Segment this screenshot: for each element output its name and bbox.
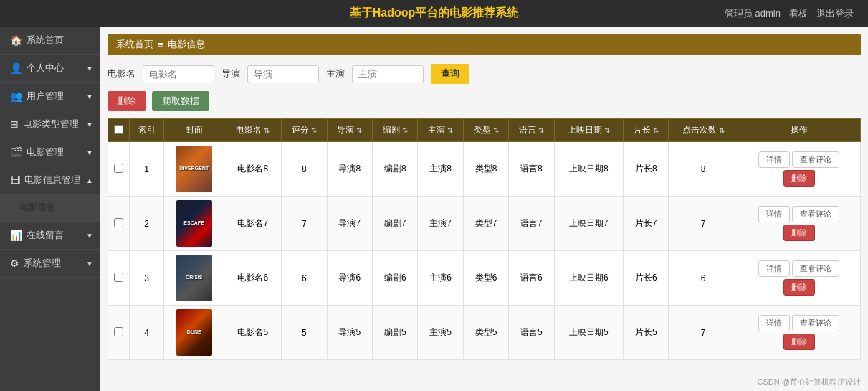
sidebar-item-movie-info[interactable]: 电影信息 [0,194,100,222]
detail-button-0[interactable]: 详情 [758,151,790,168]
select-all-checkbox[interactable] [114,125,123,134]
review-button-3[interactable]: 查看评论 [792,315,839,331]
film-icon: 🎞 [10,174,20,186]
chevron-down-icon: ▼ [86,93,93,100]
profile-icon: 👤 [10,62,22,74]
sidebar-item-movie-type[interactable]: ⊞ 电影类型管理 ▼ [0,110,100,138]
row-poster-3: DUNE [164,306,224,360]
row-type-1: 类型7 [463,197,508,251]
review-button-1[interactable]: 查看评论 [792,206,839,222]
breadcrumb-current: 电影信息 [168,38,205,51]
chevron-down-icon: ▼ [86,65,93,72]
query-button[interactable]: 查询 [431,64,469,84]
fetch-data-button[interactable]: 爬取数据 [152,91,209,111]
row-checkbox-3 [108,306,130,360]
user-info: 管理员 admin 看板 退出登录 [725,7,854,20]
row-actor-2: 主演6 [418,251,463,306]
sidebar-item-online-stat-label: 在线留言 [27,229,64,242]
row-delete-button-3[interactable]: 删除 [783,334,815,350]
th-director[interactable]: 导演⇅ [327,119,372,142]
row-delete-button-2[interactable]: 删除 [783,279,815,296]
chevron-down-icon: ▼ [86,232,93,240]
logout-link[interactable]: 退出登录 [816,7,854,20]
row-rating-0: 8 [282,142,327,197]
row-select-checkbox-3[interactable] [114,327,123,336]
sidebar-item-movie-info-label: 电影信息 [20,202,54,214]
row-movie-name-2: 电影名6 [224,251,282,306]
table-row: 2 ESCAPE 电影名7 7 导演7 编剧7 主演7 类型7 语言7 上映日期… [108,197,861,251]
sidebar-item-movie-mgmt[interactable]: 🎬 电影管理 ▼ [0,138,100,166]
row-poster-0: DIVERGENT [164,142,224,197]
row-checkbox-2 [108,251,130,306]
actor-input[interactable] [352,65,424,83]
row-actor-3: 主演5 [418,306,463,360]
row-release-date-2: 上映日期6 [554,251,623,306]
row-director-1: 导演7 [327,197,372,251]
th-rating[interactable]: 评分⇅ [282,119,327,142]
row-select-checkbox-1[interactable] [114,218,123,227]
th-duration[interactable]: 片长⇅ [624,119,669,142]
review-button-0[interactable]: 查看评论 [792,151,839,168]
row-select-checkbox-0[interactable] [114,164,123,173]
th-clicks[interactable]: 点击次数⇅ [669,119,738,142]
sidebar-item-user-mgmt[interactable]: 👥 用户管理 ▼ [0,83,100,110]
row-select-checkbox-2[interactable] [114,273,123,282]
movie-poster-3: DUNE [176,309,212,356]
row-language-2: 语言6 [509,251,554,306]
sidebar-item-sys-mgmt-label: 系统管理 [24,257,61,270]
row-writer-3: 编剧5 [373,306,418,360]
th-release-date[interactable]: 上映日期⇅ [554,119,623,142]
movie-name-input[interactable] [143,65,214,83]
row-actor-1: 主演7 [418,197,463,251]
detail-button-2[interactable]: 详情 [758,260,790,277]
chevron-down-icon: ▼ [86,260,93,268]
director-input[interactable] [247,65,319,83]
poster-text-3: DUNE [186,328,203,336]
layout: 🏠 系统首页 👤 个人中心 ▼ 👥 用户管理 ▼ ⊞ 电影类型管理 ▼ 🎬 电影… [0,27,868,391]
chevron-down-icon: ▼ [86,149,93,156]
review-button-2[interactable]: 查看评论 [792,260,839,277]
row-delete-button-1[interactable]: 删除 [783,225,815,241]
breadcrumb: 系统首页 ≡ 电影信息 [108,34,861,55]
row-release-date-0: 上映日期8 [554,142,623,197]
sidebar-item-sys-mgmt[interactable]: ⚙ 系统管理 ▼ [0,250,100,278]
row-clicks-0: 8 [669,142,738,197]
delete-selected-button[interactable]: 删除 [108,91,146,111]
row-duration-0: 片长8 [624,142,669,197]
row-duration-2: 片长6 [624,251,669,306]
th-index: 索引 [130,119,164,142]
row-clicks-3: 7 [669,306,738,360]
director-label: 导演 [221,67,240,80]
th-writer[interactable]: 编剧⇅ [373,119,418,142]
row-delete-button-0[interactable]: 删除 [783,170,815,187]
th-language[interactable]: 语言⇅ [509,119,554,142]
th-actions: 操作 [738,119,860,142]
sidebar: 🏠 系统首页 👤 个人中心 ▼ 👥 用户管理 ▼ ⊞ 电影类型管理 ▼ 🎬 电影… [0,27,100,391]
sidebar-item-profile[interactable]: 👤 个人中心 ▼ [0,55,100,83]
th-movie-name[interactable]: 电影名⇅ [224,119,282,142]
th-actor[interactable]: 主演⇅ [418,119,463,142]
sidebar-item-home[interactable]: 🏠 系统首页 [0,27,100,55]
detail-button-3[interactable]: 详情 [758,315,790,331]
sidebar-item-online-stat[interactable]: 📊 在线留言 ▼ [0,222,100,250]
users-icon: 👥 [10,90,22,102]
row-actions-1: 详情 查看评论 删除 [738,197,860,251]
dashboard-link[interactable]: 看板 [789,7,808,20]
sidebar-item-movie-info-mgmt[interactable]: 🎞 电影信息管理 ▲ [0,166,100,194]
row-action-buttons-3: 详情 查看评论 删除 [742,315,857,350]
row-rating-1: 7 [282,197,327,251]
row-movie-name-1: 电影名7 [224,197,282,251]
row-director-3: 导演5 [327,306,372,360]
row-movie-name-3: 电影名5 [224,306,282,360]
detail-button-1[interactable]: 详情 [758,206,790,222]
row-clicks-1: 7 [669,197,738,251]
row-language-3: 语言5 [509,306,554,360]
movie-poster-0: DIVERGENT [176,146,212,192]
movie-poster-1: ESCAPE [176,200,212,247]
row-writer-2: 编剧6 [373,251,418,306]
th-type[interactable]: 类型⇅ [463,119,508,142]
row-poster-1: ESCAPE [164,197,224,251]
sidebar-item-profile-label: 个人中心 [27,62,64,75]
row-movie-name-0: 电影名8 [224,142,282,197]
row-rating-3: 5 [282,306,327,360]
